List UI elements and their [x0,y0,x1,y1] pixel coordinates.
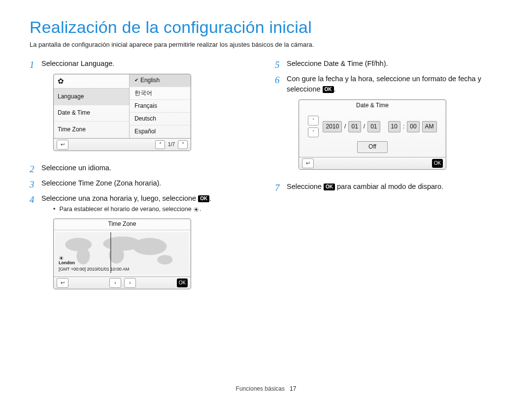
sun-icon: ☀ [193,206,200,213]
dt-year[interactable]: 2010 [323,121,342,132]
dt-day[interactable]: 01 [367,121,380,132]
tz-prev-button[interactable]: ‹ [109,278,121,288]
step-4-substep: • Para establecer el horario de verano, … [53,205,257,214]
dt-hour[interactable]: 10 [388,121,400,132]
step-2-text: Seleccione un idioma. [41,164,111,172]
tz-back-button[interactable]: ↩ [57,278,68,288]
manual-page: Realización de la configuración inicial … [0,0,532,401]
step-4-sub-pre: Para establecer el horario de verano, se… [59,206,193,213]
svg-point-4 [133,238,166,255]
page-intro: La pantalla de configuración inicial apa… [30,41,502,48]
right-column: Seleccione Date & Time (Ff/hh). Con gure… [275,56,502,299]
steps-right: Seleccione Date & Time (Ff/hh). Con gure… [275,56,502,194]
step-6-text-pre: Con gure la fecha y la hora, seleccione … [287,75,481,93]
pager: ˄ 1/7 ˅ [155,140,188,149]
tz-next-button[interactable]: › [124,278,136,288]
step-6-text-post: . [334,85,336,93]
gear-icon: ✿ [58,78,64,85]
page-down[interactable]: ˅ [178,140,188,149]
step-5-text: Seleccione Date & Time (Ff/hh). [287,60,388,67]
step-4-text-pre: Seleccione una zona horaria y, luego, se… [41,194,198,202]
lang-option-english[interactable]: English [130,74,191,87]
dt-sep: : [403,123,404,131]
menu-item-language[interactable]: Language [54,89,129,105]
footer-section: Funciones básicas [236,385,285,392]
dt-ok-button[interactable]: OK [432,159,443,168]
dt-format-off[interactable]: Off [357,141,388,153]
step-4: Seleccione una zona horaria y, luego, se… [30,191,257,299]
tz-city: London [59,260,129,266]
ok-inline-icon: OK [198,195,209,202]
page-up[interactable]: ˄ [155,140,165,149]
step-7-text-post: para cambiar al modo de disparo. [335,183,443,190]
step-7-text-pre: Seleccione [287,183,324,190]
svg-point-5 [157,255,172,264]
timezone-title: Time Zone [54,219,191,230]
tz-ok-button[interactable]: OK [177,278,188,287]
dt-values: 2010 / 01 / 01 10 : 00 AM [323,121,436,132]
two-columns: Seleccionar Language. ✿ Language Date & … [30,56,502,299]
step-1: Seleccionar Language. ✿ Language Date & … [30,56,257,160]
ok-inline-icon: OK [324,184,335,190]
lang-option-german[interactable]: Deutsch [130,113,191,125]
dt-minute[interactable]: 00 [407,121,419,132]
page-indicator: 1/7 [168,141,175,149]
menu-item-timezone[interactable]: Time Zone [54,122,129,138]
world-map: ☀ London [GMT +00:00] 2010/01/01 10:00 A… [56,232,189,275]
step-4-sub-post: . [200,206,201,213]
left-column: Seleccionar Language. ✿ Language Date & … [30,56,257,299]
ok-inline-icon: OK [323,86,334,93]
dt-title: Date & Time [299,100,446,112]
datetime-screen: Date & Time ˄ ˅ 2010 / 01 [299,99,446,170]
step-3: Seleccione Time Zone (Zona horaria). [30,176,257,191]
bullet-icon: • [53,205,55,214]
dt-down-button[interactable]: ˅ [308,127,319,137]
dt-back-button[interactable]: ↩ [302,158,314,168]
step-4-text-post: . [209,194,211,202]
timezone-screen: Time Zone [53,218,191,289]
svg-point-0 [65,238,92,251]
step-7: Seleccione OK para cambiar al modo de di… [275,179,502,194]
dt-sep: / [364,123,365,131]
page-title: Realización de la configuración inicial [30,18,502,37]
back-button[interactable]: ↩ [57,140,68,150]
dt-month[interactable]: 01 [348,121,361,132]
dt-ampm[interactable]: AM [422,121,437,132]
tz-gmt: [GMT +00:00] 2010/01/01 10:00 AM [59,266,129,273]
page-footer: Funciones básicas 17 [0,385,532,392]
language-screen: ✿ Language Date & Time Time Zone English… [53,74,191,151]
lang-option-korean[interactable]: 한국어 [130,87,191,100]
step-5: Seleccione Date & Time (Ff/hh). [275,56,502,71]
steps-left: Seleccionar Language. ✿ Language Date & … [30,56,257,299]
step-3-text: Seleccione Time Zone (Zona horaria). [41,179,161,187]
footer-page-number: 17 [290,385,296,392]
dt-sep: / [344,123,346,131]
lang-option-french[interactable]: Français [130,100,191,113]
language-options: English 한국어 Français Deutsch Español [130,74,191,138]
lang-option-spanish[interactable]: Español [130,125,191,138]
dt-up-button[interactable]: ˄ [308,116,319,125]
step-6: Con gure la fecha y la hora, seleccione … [275,71,502,179]
settings-menu: Language Date & Time Time Zone [54,89,129,138]
menu-item-datetime[interactable]: Date & Time [54,105,129,122]
timezone-info: London [GMT +00:00] 2010/01/01 10:00 AM [59,260,129,273]
step-1-text: Seleccionar Language. [41,60,114,67]
step-2: Seleccione un idioma. [30,160,257,176]
